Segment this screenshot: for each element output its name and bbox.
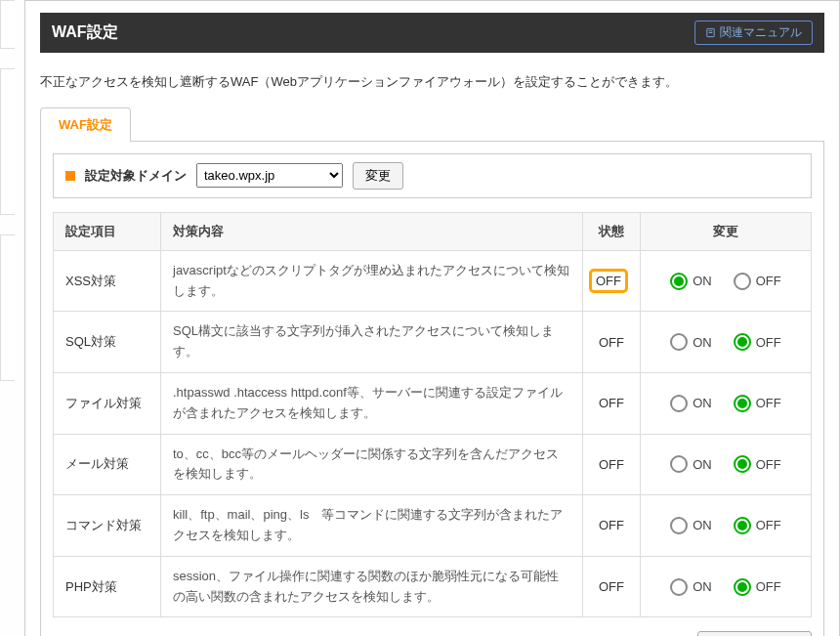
row-change: ONOFF — [641, 250, 812, 312]
page-title: WAF設定 — [52, 22, 118, 43]
radio-icon — [670, 395, 688, 412]
row-content: .htpasswd .htaccess httpd.conf等、サーバーに関連す… — [161, 372, 583, 434]
page-header: WAF設定 関連マニュアル — [40, 13, 824, 53]
row-item: メール対策 — [54, 434, 161, 495]
change-domain-button[interactable]: 変更 — [353, 162, 403, 190]
domain-select[interactable]: takeo.wpx.jp — [196, 163, 343, 188]
row-status: OFF — [583, 312, 641, 373]
radio-off[interactable]: OFF — [734, 455, 781, 473]
row-status: OFF — [583, 495, 641, 557]
row-item: コマンド対策 — [54, 495, 161, 557]
radio-off[interactable]: OFF — [734, 333, 781, 351]
radio-icon — [670, 578, 688, 596]
table-row: コマンド対策kill、ftp、mail、ping、ls 等コマンドに関連する文字… — [54, 495, 812, 557]
row-item: PHP対策 — [54, 556, 161, 617]
domain-label: 設定対象ドメイン — [85, 167, 187, 185]
radio-on[interactable]: ON — [670, 395, 712, 412]
radio-icon — [734, 333, 751, 351]
row-change: ONOFF — [641, 495, 812, 557]
status-highlight: OFF — [589, 269, 628, 293]
domain-bar: 設定対象ドメイン takeo.wpx.jp 変更 — [53, 153, 812, 198]
row-change: ONOFF — [641, 556, 812, 617]
row-content: kill、ftp、mail、ping、ls 等コマンドに関連する文字列が含まれた… — [161, 495, 583, 557]
radio-icon — [670, 273, 688, 290]
row-status: OFF — [583, 250, 641, 312]
table-row: ファイル対策.htpasswd .htaccess httpd.conf等、サー… — [54, 372, 812, 434]
radio-icon — [734, 395, 751, 412]
radio-icon — [670, 455, 688, 473]
col-item: 設定項目 — [54, 212, 161, 250]
row-content: javascriptなどのスクリプトタグが埋め込まれたアクセスについて検知します… — [161, 250, 583, 312]
radio-icon — [734, 517, 751, 534]
radio-on[interactable]: ON — [670, 578, 712, 596]
row-item: SQL対策 — [54, 312, 161, 373]
col-content: 対策内容 — [161, 212, 583, 250]
radio-icon — [734, 455, 751, 473]
radio-on[interactable]: ON — [670, 455, 712, 473]
description: 不正なアクセスを検知し遮断するWAF（Webアプリケーションファイアウォール）を… — [40, 72, 824, 93]
row-status: OFF — [583, 434, 641, 495]
radio-on[interactable]: ON — [670, 517, 712, 534]
settings-table: 設定項目 対策内容 状態 変更 XSS対策javascriptなどのスクリプトタ… — [53, 212, 812, 618]
row-change: ONOFF — [641, 312, 812, 373]
radio-off[interactable]: OFF — [734, 273, 781, 290]
radio-icon — [734, 578, 751, 596]
col-change: 変更 — [641, 212, 812, 250]
row-change: ONOFF — [641, 434, 812, 495]
radio-on[interactable]: ON — [670, 273, 712, 290]
radio-off[interactable]: OFF — [734, 578, 781, 596]
table-row: SQL対策SQL構文に該当する文字列が挿入されたアクセスについて検知します。OF… — [54, 312, 812, 373]
table-row: PHP対策session、ファイル操作に関連する関数のほか脆弱性元になる可能性の… — [54, 556, 812, 617]
radio-icon — [734, 273, 751, 290]
bullet-icon — [65, 171, 75, 181]
row-content: session、ファイル操作に関連する関数のほか脆弱性元になる可能性の高い関数の… — [161, 556, 583, 617]
tab-waf-settings[interactable]: WAF設定 — [40, 107, 131, 142]
manual-link[interactable]: 関連マニュアル — [694, 21, 813, 45]
row-content: SQL構文に該当する文字列が挿入されたアクセスについて検知します。 — [161, 312, 583, 373]
confirm-button[interactable]: 確認画面へ進む — [697, 631, 812, 636]
manual-icon — [705, 27, 716, 38]
table-row: メール対策to、cc、bcc等のメールヘッダーに関係する文字列を含んだアクセスを… — [54, 434, 812, 495]
radio-off[interactable]: OFF — [734, 517, 781, 534]
row-item: XSS対策 — [54, 250, 161, 312]
row-status: OFF — [583, 556, 641, 617]
col-status: 状態 — [583, 212, 641, 250]
radio-on[interactable]: ON — [670, 333, 712, 351]
table-row: XSS対策javascriptなどのスクリプトタグが埋め込まれたアクセスについて… — [54, 250, 812, 312]
row-content: to、cc、bcc等のメールヘッダーに関係する文字列を含んだアクセスを検知します… — [161, 434, 583, 495]
row-status: OFF — [583, 372, 641, 434]
radio-icon — [670, 333, 688, 351]
row-item: ファイル対策 — [54, 372, 161, 434]
row-change: ONOFF — [641, 372, 812, 434]
radio-off[interactable]: OFF — [734, 395, 781, 412]
radio-icon — [670, 517, 688, 534]
